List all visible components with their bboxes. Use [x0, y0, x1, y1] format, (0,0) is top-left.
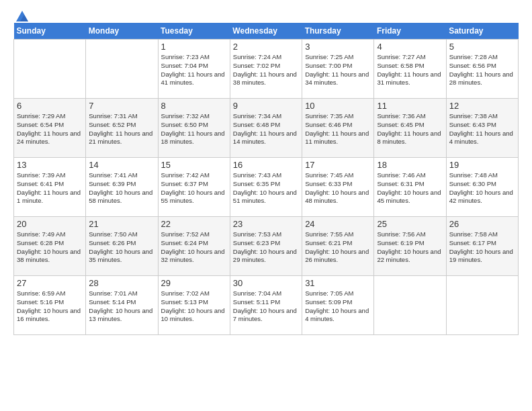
calendar-cell: 22Sunrise: 7:52 AM Sunset: 6:24 PM Dayli… — [158, 217, 230, 276]
day-header-sunday: Sunday — [14, 23, 86, 40]
day-number: 16 — [233, 160, 299, 170]
calendar-cell: 27Sunrise: 6:59 AM Sunset: 5:16 PM Dayli… — [14, 276, 86, 335]
day-info: Sunrise: 7:56 AM Sunset: 6:19 PM Dayligh… — [377, 230, 443, 265]
day-info: Sunrise: 7:42 AM Sunset: 6:37 PM Dayligh… — [161, 171, 227, 205]
calendar-cell: 17Sunrise: 7:45 AM Sunset: 6:33 PM Dayli… — [302, 158, 374, 217]
day-number: 10 — [305, 101, 371, 111]
day-number: 3 — [305, 42, 371, 52]
day-number: 17 — [305, 160, 371, 170]
calendar-cell: 28Sunrise: 7:01 AM Sunset: 5:14 PM Dayli… — [86, 276, 158, 335]
day-info: Sunrise: 7:05 AM Sunset: 5:09 PM Dayligh… — [305, 289, 371, 324]
calendar-cell: 30Sunrise: 7:04 AM Sunset: 5:11 PM Dayli… — [230, 276, 302, 335]
day-info: Sunrise: 7:43 AM Sunset: 6:35 PM Dayligh… — [233, 171, 299, 205]
day-number: 28 — [89, 278, 154, 288]
day-info: Sunrise: 7:49 AM Sunset: 6:28 PM Dayligh… — [17, 230, 83, 265]
day-number: 12 — [449, 101, 515, 111]
day-header-monday: Monday — [86, 23, 158, 40]
calendar-cell: 20Sunrise: 7:49 AM Sunset: 6:28 PM Dayli… — [14, 217, 86, 276]
day-info: Sunrise: 7:53 AM Sunset: 6:23 PM Dayligh… — [233, 230, 299, 265]
day-info: Sunrise: 7:23 AM Sunset: 7:04 PM Dayligh… — [161, 53, 227, 87]
day-number: 6 — [17, 101, 83, 111]
calendar-cell: 10Sunrise: 7:35 AM Sunset: 6:46 PM Dayli… — [302, 99, 374, 158]
day-number: 23 — [233, 219, 299, 229]
week-row: 6Sunrise: 7:29 AM Sunset: 6:54 PM Daylig… — [14, 99, 519, 158]
week-row: 27Sunrise: 6:59 AM Sunset: 5:16 PM Dayli… — [14, 276, 519, 335]
day-info: Sunrise: 7:31 AM Sunset: 6:52 PM Dayligh… — [89, 112, 154, 146]
day-number: 19 — [449, 160, 515, 170]
day-info: Sunrise: 7:35 AM Sunset: 6:46 PM Dayligh… — [305, 112, 371, 146]
day-number: 9 — [233, 101, 299, 111]
week-row: 20Sunrise: 7:49 AM Sunset: 6:28 PM Dayli… — [14, 217, 519, 276]
week-row: 13Sunrise: 7:39 AM Sunset: 6:41 PM Dayli… — [14, 158, 519, 217]
day-number: 30 — [233, 278, 299, 288]
day-number: 26 — [449, 219, 515, 229]
calendar-cell: 8Sunrise: 7:32 AM Sunset: 6:50 PM Daylig… — [158, 99, 230, 158]
calendar-cell: 1Sunrise: 7:23 AM Sunset: 7:04 PM Daylig… — [158, 40, 230, 99]
day-header-wednesday: Wednesday — [230, 23, 302, 40]
calendar-cell: 24Sunrise: 7:55 AM Sunset: 6:21 PM Dayli… — [302, 217, 374, 276]
day-number: 2 — [233, 42, 299, 52]
day-number: 24 — [305, 219, 371, 229]
calendar-cell: 9Sunrise: 7:34 AM Sunset: 6:48 PM Daylig… — [230, 99, 302, 158]
calendar-cell: 11Sunrise: 7:36 AM Sunset: 6:45 PM Dayli… — [374, 99, 446, 158]
day-number: 14 — [89, 160, 154, 170]
calendar-table: SundayMondayTuesdayWednesdayThursdayFrid… — [13, 23, 519, 335]
calendar-cell: 31Sunrise: 7:05 AM Sunset: 5:09 PM Dayli… — [302, 276, 374, 335]
day-number: 7 — [89, 101, 154, 111]
day-info: Sunrise: 7:39 AM Sunset: 6:41 PM Dayligh… — [17, 171, 83, 205]
day-header-friday: Friday — [374, 23, 446, 40]
day-info: Sunrise: 7:32 AM Sunset: 6:50 PM Dayligh… — [161, 112, 227, 146]
day-info: Sunrise: 7:45 AM Sunset: 6:33 PM Dayligh… — [305, 171, 371, 205]
day-info: Sunrise: 6:59 AM Sunset: 5:16 PM Dayligh… — [17, 289, 83, 324]
calendar-cell: 25Sunrise: 7:56 AM Sunset: 6:19 PM Dayli… — [374, 217, 446, 276]
day-info: Sunrise: 7:58 AM Sunset: 6:17 PM Dayligh… — [449, 230, 515, 265]
day-header-saturday: Saturday — [446, 23, 518, 40]
calendar-cell: 15Sunrise: 7:42 AM Sunset: 6:37 PM Dayli… — [158, 158, 230, 217]
day-info: Sunrise: 7:24 AM Sunset: 7:02 PM Dayligh… — [233, 53, 299, 87]
day-info: Sunrise: 7:46 AM Sunset: 6:31 PM Dayligh… — [377, 171, 443, 205]
calendar-cell: 21Sunrise: 7:50 AM Sunset: 6:26 PM Dayli… — [86, 217, 158, 276]
calendar-cell: 16Sunrise: 7:43 AM Sunset: 6:35 PM Dayli… — [230, 158, 302, 217]
day-info: Sunrise: 7:28 AM Sunset: 6:56 PM Dayligh… — [449, 53, 515, 87]
calendar-cell — [446, 276, 518, 335]
day-info: Sunrise: 7:36 AM Sunset: 6:45 PM Dayligh… — [377, 112, 443, 146]
calendar-cell: 29Sunrise: 7:02 AM Sunset: 5:13 PM Dayli… — [158, 276, 230, 335]
day-header-tuesday: Tuesday — [158, 23, 230, 40]
day-number: 11 — [377, 101, 443, 111]
day-info: Sunrise: 7:01 AM Sunset: 5:14 PM Dayligh… — [89, 289, 154, 324]
calendar-cell: 4Sunrise: 7:27 AM Sunset: 6:58 PM Daylig… — [374, 40, 446, 99]
calendar-cell: 3Sunrise: 7:25 AM Sunset: 7:00 PM Daylig… — [302, 40, 374, 99]
day-number: 29 — [161, 278, 227, 288]
day-number: 21 — [89, 219, 154, 229]
day-number: 31 — [305, 278, 371, 288]
day-info: Sunrise: 7:34 AM Sunset: 6:48 PM Dayligh… — [233, 112, 299, 146]
week-row: 1Sunrise: 7:23 AM Sunset: 7:04 PM Daylig… — [14, 40, 519, 99]
day-number: 1 — [161, 42, 227, 52]
header — [13, 11, 519, 20]
calendar-cell: 18Sunrise: 7:46 AM Sunset: 6:31 PM Dayli… — [374, 158, 446, 217]
calendar-cell — [374, 276, 446, 335]
day-info: Sunrise: 7:55 AM Sunset: 6:21 PM Dayligh… — [305, 230, 371, 265]
day-info: Sunrise: 7:52 AM Sunset: 6:24 PM Dayligh… — [161, 230, 227, 265]
day-number: 13 — [17, 160, 83, 170]
calendar-cell: 7Sunrise: 7:31 AM Sunset: 6:52 PM Daylig… — [86, 99, 158, 158]
calendar-cell: 13Sunrise: 7:39 AM Sunset: 6:41 PM Dayli… — [14, 158, 86, 217]
day-header-thursday: Thursday — [302, 23, 374, 40]
calendar-cell: 6Sunrise: 7:29 AM Sunset: 6:54 PM Daylig… — [14, 99, 86, 158]
day-info: Sunrise: 7:27 AM Sunset: 6:58 PM Dayligh… — [377, 53, 443, 87]
day-number: 25 — [377, 219, 443, 229]
day-info: Sunrise: 7:41 AM Sunset: 6:39 PM Dayligh… — [89, 171, 154, 205]
day-info: Sunrise: 7:38 AM Sunset: 6:43 PM Dayligh… — [449, 112, 515, 146]
calendar-cell: 26Sunrise: 7:58 AM Sunset: 6:17 PM Dayli… — [446, 217, 518, 276]
day-info: Sunrise: 7:48 AM Sunset: 6:30 PM Dayligh… — [449, 171, 515, 205]
day-info: Sunrise: 7:02 AM Sunset: 5:13 PM Dayligh… — [161, 289, 227, 324]
day-info: Sunrise: 7:04 AM Sunset: 5:11 PM Dayligh… — [233, 289, 299, 324]
logo — [13, 11, 30, 20]
page: SundayMondayTuesdayWednesdayThursdayFrid… — [0, 0, 532, 346]
day-number: 15 — [161, 160, 227, 170]
day-number: 5 — [449, 42, 515, 52]
day-info: Sunrise: 7:29 AM Sunset: 6:54 PM Dayligh… — [17, 112, 83, 146]
day-number: 4 — [377, 42, 443, 52]
calendar-cell: 14Sunrise: 7:41 AM Sunset: 6:39 PM Dayli… — [86, 158, 158, 217]
day-info: Sunrise: 7:25 AM Sunset: 7:00 PM Dayligh… — [305, 53, 371, 87]
